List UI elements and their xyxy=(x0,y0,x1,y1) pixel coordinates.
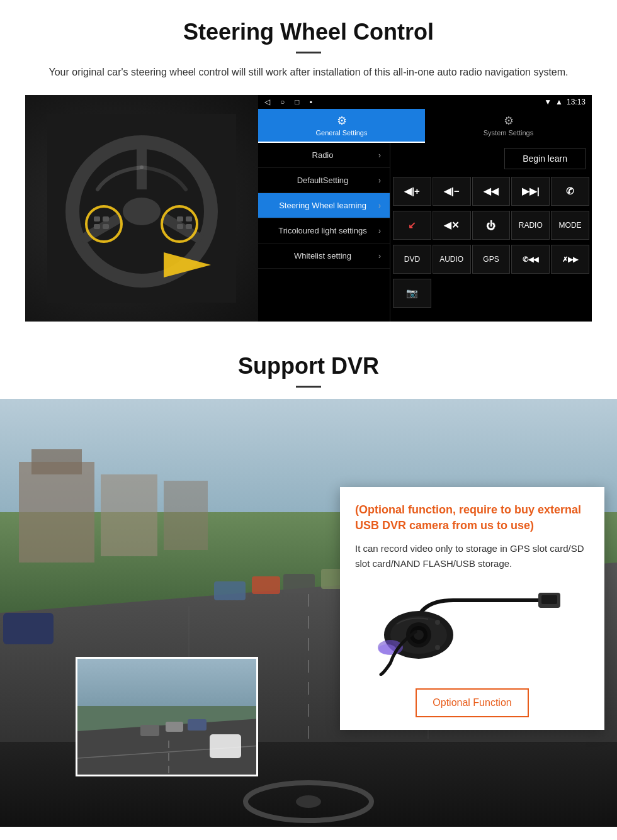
steering-description: Your original car's steering wheel contr… xyxy=(38,65,579,80)
ctrl-audio[interactable]: AUDIO xyxy=(433,245,471,274)
steering-photo-bg xyxy=(25,95,258,322)
svg-rect-20 xyxy=(31,449,82,474)
svg-rect-46 xyxy=(210,734,241,758)
svg-point-5 xyxy=(123,198,161,225)
statusbar-nav: ◁ ○ □ ▪ xyxy=(264,98,312,106)
svg-rect-19 xyxy=(19,462,94,563)
control-grid-row3: DVD AUDIO GPS ✆◀◀ ✗▶▶ xyxy=(390,242,592,276)
svg-rect-39 xyxy=(77,659,258,709)
android-body: Radio › DefaultSetting › Steering Wheel … xyxy=(258,143,592,322)
statusbar-right: ▼ ▲ 13:13 xyxy=(544,98,586,106)
chevron-icon-steering: › xyxy=(378,201,381,210)
dvr-preview-inset xyxy=(76,657,258,776)
optional-function-button[interactable]: Optional Function xyxy=(416,688,529,717)
svg-rect-42 xyxy=(140,725,159,736)
svg-rect-44 xyxy=(188,719,207,731)
nav-home-icon[interactable]: ○ xyxy=(280,98,285,106)
android-menu: Radio › DefaultSetting › Steering Wheel … xyxy=(258,143,390,322)
svg-rect-43 xyxy=(166,722,183,732)
menu-item-tricoloured[interactable]: Tricoloured light settings › xyxy=(258,218,390,244)
android-controls: Begin learn ◀|+ ◀|− ◀◀ ▶▶| ✆ ↙ ◀✕ ⏻ xyxy=(390,143,592,322)
ctrl-gps[interactable]: GPS xyxy=(472,245,511,274)
ctrl-next-track[interactable]: ▶▶| xyxy=(511,177,550,206)
dvr-preview-inner xyxy=(77,659,256,775)
svg-point-57 xyxy=(435,620,440,625)
svg-rect-33 xyxy=(3,613,54,644)
dvr-photo-wrapper: (Optional function, require to buy exter… xyxy=(0,399,617,827)
tab-general-label: General Settings xyxy=(316,129,368,137)
menu-item-default[interactable]: DefaultSetting › xyxy=(258,168,390,193)
svg-rect-22 xyxy=(164,481,208,550)
ctrl-phone-answer[interactable]: ✆ xyxy=(551,177,589,206)
nav-square-icon[interactable]: □ xyxy=(295,98,299,106)
svg-rect-21 xyxy=(101,474,157,556)
ctrl-dvd[interactable]: DVD xyxy=(393,245,431,274)
svg-rect-11 xyxy=(103,224,109,229)
chevron-icon-default: › xyxy=(378,176,381,185)
begin-learn-row: Begin learn xyxy=(390,143,592,174)
tab-system-label: System Settings xyxy=(484,129,533,137)
svg-rect-49 xyxy=(541,595,557,604)
android-statusbar: ◁ ○ □ ▪ ▼ ▲ 13:13 xyxy=(258,95,592,109)
steering-photo xyxy=(25,95,258,322)
svg-rect-13 xyxy=(186,216,192,221)
control-grid-row2: ↙ ◀✕ ⏻ RADIO MODE xyxy=(390,208,592,242)
dvr-camera-visual xyxy=(355,581,589,678)
svg-rect-15 xyxy=(186,224,192,229)
ctrl-hang-up[interactable]: ↙ xyxy=(393,211,431,240)
menu-item-whitelist[interactable]: Whitelist setting › xyxy=(258,244,390,269)
svg-rect-27 xyxy=(214,581,246,600)
chevron-icon-tricoloured: › xyxy=(378,227,381,235)
control-grid-row1: ◀|+ ◀|− ◀◀ ▶▶| ✆ xyxy=(390,174,592,208)
dvr-description: It can record video only to storage in G… xyxy=(355,541,589,571)
android-tabs: ⚙ General Settings ⚙ System Settings xyxy=(258,109,592,143)
steering-title: Steering Wheel Control xyxy=(25,19,592,45)
nav-dot-icon[interactable]: ▪ xyxy=(310,98,312,106)
title-divider xyxy=(296,52,321,53)
dvr-divider xyxy=(296,386,321,388)
ctrl-vol-down[interactable]: ◀|− xyxy=(433,177,471,206)
ctrl-prev-track[interactable]: ◀◀ xyxy=(472,177,511,206)
dvr-section: Support DVR xyxy=(0,334,617,827)
ctrl-phone-next[interactable]: ✗▶▶ xyxy=(551,245,589,274)
system-settings-icon: ⚙ xyxy=(504,114,514,128)
ctrl-vol-up[interactable]: ◀|+ xyxy=(393,177,431,206)
dvr-info-card: (Optional function, require to buy exter… xyxy=(340,487,604,730)
svg-rect-28 xyxy=(252,576,280,594)
steering-section: Steering Wheel Control Your original car… xyxy=(0,0,617,334)
svg-rect-8 xyxy=(94,216,100,221)
tab-system[interactable]: ⚙ System Settings xyxy=(425,109,592,143)
ctrl-phone-prev[interactable]: ✆◀◀ xyxy=(511,245,550,274)
svg-rect-12 xyxy=(177,216,183,221)
dvr-optional-heading: (Optional function, require to buy exter… xyxy=(355,502,589,534)
general-settings-icon: ⚙ xyxy=(337,114,347,128)
ctrl-mode[interactable]: MODE xyxy=(551,211,589,240)
menu-item-radio[interactable]: Radio › xyxy=(258,143,390,168)
ctrl-radio[interactable]: RADIO xyxy=(511,211,550,240)
ctrl-camera[interactable]: 📷 xyxy=(393,279,431,308)
tab-general[interactable]: ⚙ General Settings xyxy=(258,109,425,143)
menu-item-steering[interactable]: Steering Wheel learning › xyxy=(258,193,390,218)
nav-back-icon[interactable]: ◁ xyxy=(264,98,270,106)
svg-rect-14 xyxy=(177,224,183,229)
chevron-icon-radio: › xyxy=(378,151,381,160)
svg-point-58 xyxy=(435,645,440,650)
steering-wheel-image xyxy=(47,114,236,303)
ctrl-mute[interactable]: ◀✕ xyxy=(433,211,471,240)
svg-point-37 xyxy=(296,795,321,808)
time-display: 13:13 xyxy=(567,98,586,106)
dvr-title-area: Support DVR xyxy=(0,334,617,388)
signal-icon: ▲ xyxy=(555,98,563,106)
control-grid-row4: 📷 xyxy=(390,276,592,310)
svg-rect-9 xyxy=(103,216,109,221)
svg-rect-29 xyxy=(283,574,315,593)
svg-rect-10 xyxy=(94,224,100,229)
begin-learn-button[interactable]: Begin learn xyxy=(504,148,586,169)
wifi-icon: ▼ xyxy=(544,98,552,106)
android-panel: ◁ ○ □ ▪ ▼ ▲ 13:13 ⚙ General Settings xyxy=(258,95,592,322)
chevron-icon-whitelist: › xyxy=(378,252,381,260)
steering-content-area: ◁ ○ □ ▪ ▼ ▲ 13:13 ⚙ General Settings xyxy=(25,95,592,322)
ctrl-power[interactable]: ⏻ xyxy=(472,211,511,240)
dvr-title: Support DVR xyxy=(25,353,592,379)
